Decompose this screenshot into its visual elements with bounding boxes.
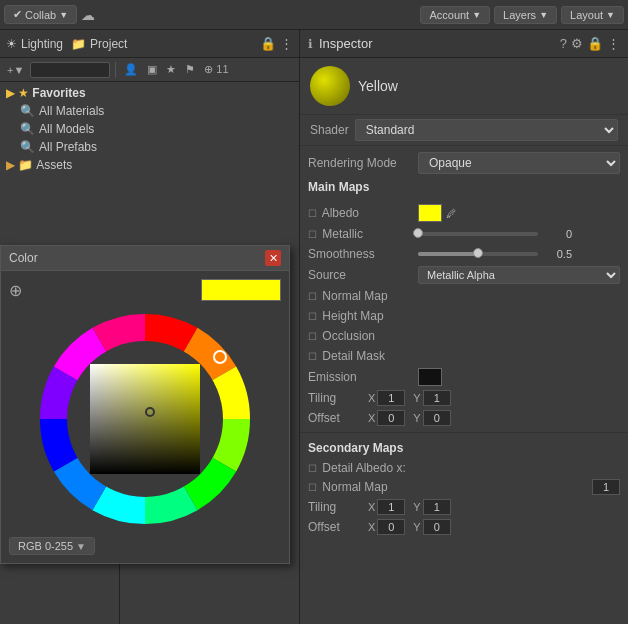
inspector-icon: ℹ [308,37,313,51]
star-icon: ▶ ★ [6,86,29,100]
color-wheel-container[interactable] [35,309,255,529]
assets-label: Assets [36,158,72,172]
inspector-help-button[interactable]: ? [560,36,567,51]
material-sphere-preview [310,66,350,106]
add-button[interactable]: +▼ [4,63,27,77]
material-info: Yellow [358,78,398,94]
color-preview[interactable] [201,279,281,301]
tiling2-x-item: X 1 [368,499,405,515]
emission-color-swatch[interactable] [418,368,442,386]
collab-button[interactable]: ✔ Collab ▼ [4,5,77,24]
albedo-label: ☐ Albedo [308,206,418,220]
color-popup-title: Color [9,251,265,265]
offset-y-axis: Y [413,412,420,424]
offset2-y-value[interactable]: 0 [423,519,451,535]
account-button[interactable]: Account ▼ [420,6,490,24]
smoothness-slider-thumb[interactable] [473,248,483,258]
left-header-actions: 🔒 ⋮ [260,36,293,51]
occlusion-text: Occlusion [322,329,375,343]
project-tab[interactable]: 📁 Project [71,37,127,51]
albedo-eyedropper-button[interactable]: 🖉 [446,208,456,219]
metallic-slider-thumb[interactable] [413,228,423,238]
height-map-row: ☐ Height Map [300,306,628,326]
albedo-row: ☐ Albedo 🖉 [300,202,628,224]
filter-button[interactable]: ▣ [144,62,160,77]
new-folder-icon[interactable]: 👤 [121,62,141,77]
all-materials-item[interactable]: 🔍 All Materials [0,102,299,120]
all-prefabs-item[interactable]: 🔍 All Prefabs [0,138,299,156]
star-button[interactable]: ★ [163,62,179,77]
tiling2-y-axis: Y [413,501,420,513]
count-label: ⊕ 11 [201,62,231,77]
albedo-checkbox: ☐ [308,208,317,219]
normal-map2-value[interactable]: 1 [592,479,620,495]
favorites-item[interactable]: ▶ ★ Favorites [0,84,299,102]
tiling-x-value[interactable]: 1 [377,390,405,406]
emission-row: Emission [300,366,628,388]
metallic-label: ☐ Metallic [308,227,418,241]
albedo-color-swatch[interactable] [418,204,442,222]
offset-x-value[interactable]: 0 [377,410,405,426]
layers-label: Layers [503,9,536,21]
tiling2-x-value[interactable]: 1 [377,499,405,515]
menu-button[interactable]: ⋮ [280,36,293,51]
search-input[interactable] [30,62,110,78]
all-materials-label: All Materials [39,104,104,118]
normal-map2-checkbox: ☐ [308,482,317,493]
shader-dropdown[interactable]: Standard [355,119,618,141]
offset-x-item: X 0 [368,410,405,426]
detail-albedo-row: ☐ Detail Albedo x: [300,459,628,477]
project-label: Project [90,37,127,51]
detail-albedo-label: ☐ Detail Albedo x: [308,461,620,475]
color-wheel-svg [35,309,255,529]
source-dropdown[interactable]: Metallic Alpha [418,266,620,284]
main-maps-section: Main Maps [300,176,628,202]
right-panel: ℹ Inspector ? ⚙ 🔒 ⋮ Yellow Shader Standa… [300,30,628,624]
lighting-tab[interactable]: ☀ Lighting [6,37,63,51]
left-panel-header: ☀ Lighting 📁 Project 🔒 ⋮ [0,30,299,58]
main-maps-header: Main Maps [308,180,620,194]
color-popup-close-button[interactable]: ✕ [265,250,281,266]
source-row: Source Metallic Alpha [300,264,628,286]
inspector-settings-button[interactable]: ⚙ [571,36,583,51]
inspector-actions: ? ⚙ 🔒 ⋮ [560,36,620,51]
metallic-slider-track [418,232,538,236]
offset2-x-value[interactable]: 0 [377,519,405,535]
inspector-menu-button[interactable]: ⋮ [607,36,620,51]
smoothness-value: 0.5 [418,248,620,260]
main-layout: ☀ Lighting 📁 Project 🔒 ⋮ +▼ 👤 ▣ ★ ⚑ ⊕ 11 [0,30,628,624]
search2-icon: 🔍 [20,122,35,136]
material-header: Yellow [300,58,628,115]
eyedropper-button[interactable]: ⊕ [9,281,22,300]
smoothness-label: Smoothness [308,247,418,261]
section-divider [300,432,628,433]
tiling-y-value[interactable]: 1 [423,390,451,406]
all-models-item[interactable]: 🔍 All Models [0,120,299,138]
tiling2-y-value[interactable]: 1 [423,499,451,515]
metallic-text: Metallic [322,227,363,241]
rendering-mode-value: Opaque [418,152,620,174]
search-icon: 🔍 [20,104,35,118]
lighting-label: Lighting [21,37,63,51]
favorites-label: Favorites [32,86,85,100]
color-popup: Color ✕ ⊕ [0,245,290,564]
all-prefabs-label: All Prefabs [39,140,97,154]
tag-button[interactable]: ⚑ [182,62,198,77]
detail-mask-checkbox: ☐ [308,351,317,362]
assets-item[interactable]: ▶ 📁 Assets [0,156,299,174]
color-mode-label: RGB 0-255 [18,540,73,552]
lock-button[interactable]: 🔒 [260,36,276,51]
occlusion-label: ☐ Occlusion [308,329,418,343]
detail-albedo-text: Detail Albedo x: [322,461,405,475]
layout-label: Layout [570,9,603,21]
smoothness-row: Smoothness 0.5 [300,244,628,264]
offset-y-value[interactable]: 0 [423,410,451,426]
occlusion-checkbox: ☐ [308,331,317,342]
offset2-x-item: X 0 [368,519,405,535]
layers-button[interactable]: Layers ▼ [494,6,557,24]
color-mode-button[interactable]: RGB 0-255 ▼ [9,537,95,555]
inspector-lock-button[interactable]: 🔒 [587,36,603,51]
rendering-mode-dropdown[interactable]: Opaque [418,152,620,174]
layout-button[interactable]: Layout ▼ [561,6,624,24]
color-mode-row: RGB 0-255 ▼ [9,537,281,555]
